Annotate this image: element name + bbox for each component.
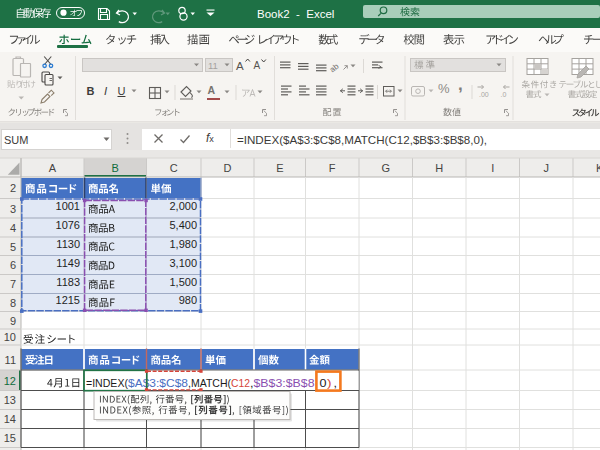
svg-text:$B$3:$B$8: $B$3:$B$8 xyxy=(254,377,315,389)
svg-text:,MATCH(: ,MATCH( xyxy=(188,377,231,389)
svg-text:C12: C12 xyxy=(231,377,250,389)
svg-text:): ) xyxy=(327,377,332,389)
svg-text:=INDEX(: =INDEX( xyxy=(86,377,128,389)
svg-text:$A$3:$C$8: $A$3:$C$8 xyxy=(128,377,188,389)
svg-text:,: , xyxy=(334,377,338,389)
svg-text:0: 0 xyxy=(320,377,327,389)
svg-text:ab: ab xyxy=(328,61,341,74)
svg-text:=INDEX($A$3:$C$8,MATCH(C12,$B$: =INDEX($A$3:$C$8,MATCH(C12,$B$3:$B$8,0), xyxy=(237,134,487,146)
svg-text:.0: .0 xyxy=(501,91,507,98)
svg-text:.00: .00 xyxy=(479,91,489,98)
